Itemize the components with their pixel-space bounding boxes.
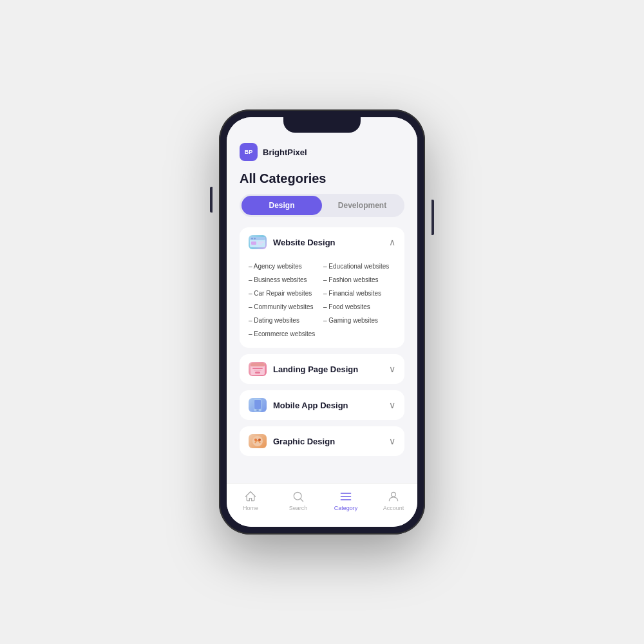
graphic-design-title: Graphic Design (273, 437, 335, 446)
link-community: – Community websites (249, 302, 314, 312)
link-educational: – Educational websites (323, 261, 389, 271)
category-mobile-app-header[interactable]: Mobile App Design ∨ (240, 390, 404, 420)
page-title: All Categories (227, 166, 417, 194)
link-car-repair: – Car Repair websites (249, 289, 312, 298)
tab-bar: Design Development (240, 194, 404, 217)
phone-frame: BP BrightPixel All Categories Design Dev… (219, 109, 425, 535)
phone-screen: BP BrightPixel All Categories Design Dev… (227, 117, 417, 527)
chevron-down-icon-1: ∨ (389, 364, 395, 374)
mobile-app-icon (249, 398, 267, 412)
list-item[interactable]: – Car Repair websites (249, 287, 321, 298)
phone-notch (283, 117, 361, 133)
list-item[interactable]: – Food websites (323, 300, 395, 312)
website-links-grid: – Agency websites – Educational websites… (240, 257, 404, 348)
list-item[interactable]: – Dating websites (249, 314, 321, 325)
category-graphic-design-header[interactable]: Graphic Design ∨ (240, 426, 404, 456)
link-financial: – Financial websites (323, 289, 381, 298)
category-graphic-design: Graphic Design ∨ (240, 426, 404, 456)
category-landing-page: Landing Page Design ∨ (240, 354, 404, 384)
list-item[interactable]: – Financial websites (323, 287, 395, 298)
landing-icon-svg (249, 362, 267, 376)
svg-point-17 (258, 439, 261, 441)
nav-home-label: Home (243, 505, 258, 511)
graphic-design-icon (249, 434, 267, 448)
svg-rect-2 (251, 238, 253, 240)
svg-point-22 (392, 492, 396, 497)
link-food: – Food websites (323, 302, 370, 312)
mobile-icon-svg (249, 398, 267, 412)
categories-list: Website Design ∧ – Agency websites – Edu… (227, 227, 417, 456)
chevron-down-icon-3: ∨ (389, 436, 395, 446)
search-icon (292, 490, 305, 503)
category-website-design-header[interactable]: Website Design ∧ (240, 227, 404, 257)
list-item[interactable]: – Agency websites (249, 260, 321, 271)
nav-category[interactable]: Category (322, 490, 370, 511)
category-header-left-2: Landing Page Design (249, 362, 358, 376)
nav-account[interactable]: Account (370, 490, 417, 511)
chevron-down-icon-2: ∨ (389, 400, 395, 410)
mobile-app-title: Mobile App Design (273, 401, 348, 410)
graphic-icon-svg (249, 434, 267, 448)
svg-rect-13 (254, 400, 261, 409)
link-fashion: – Fashion websites (323, 275, 379, 285)
nav-search[interactable]: Search (274, 490, 322, 511)
nav-category-label: Category (334, 505, 358, 511)
svg-rect-14 (256, 410, 259, 411)
svg-rect-6 (258, 243, 262, 245)
list-item[interactable]: – Gaming websites (323, 314, 395, 325)
screen-content: BP BrightPixel All Categories Design Dev… (227, 117, 417, 483)
svg-rect-9 (252, 368, 263, 369)
svg-point-18 (294, 492, 301, 500)
website-design-icon (249, 235, 267, 249)
home-icon (244, 490, 257, 503)
category-header-left-4: Graphic Design (249, 434, 335, 448)
svg-point-16 (254, 439, 257, 441)
account-icon (387, 490, 400, 503)
website-icon-svg (249, 235, 267, 249)
svg-rect-8 (251, 363, 265, 366)
list-item[interactable]: – Business websites (249, 273, 321, 285)
app-logo: BP (240, 143, 258, 161)
category-header-left-3: Mobile App Design (249, 398, 348, 412)
list-item[interactable]: – Community websites (249, 300, 321, 312)
bottom-navigation: Home Search Category (227, 483, 417, 527)
list-item[interactable]: – Fashion websites (323, 273, 395, 285)
website-design-title: Website Design (273, 238, 336, 247)
nav-home[interactable]: Home (227, 490, 274, 511)
app-header: BP BrightPixel (227, 135, 417, 166)
link-agency: – Agency websites (249, 261, 302, 271)
nav-account-label: Account (383, 505, 404, 511)
list-item[interactable]: – Educational websites (323, 260, 395, 271)
svg-rect-3 (254, 238, 256, 240)
link-gaming: – Gaming websites (323, 316, 378, 325)
category-icon (339, 490, 352, 503)
landing-page-title: Landing Page Design (273, 365, 358, 374)
category-website-design: Website Design ∧ – Agency websites – Edu… (240, 227, 404, 348)
link-dating: – Dating websites (249, 316, 299, 325)
category-mobile-app: Mobile App Design ∨ (240, 390, 404, 420)
svg-rect-10 (254, 370, 261, 371)
tab-development[interactable]: Development (322, 196, 402, 215)
svg-rect-11 (255, 372, 260, 374)
link-ecommerce: – Ecommerce websites (249, 329, 315, 339)
nav-search-label: Search (289, 505, 308, 511)
chevron-up-icon: ∧ (389, 237, 395, 247)
tab-design[interactable]: Design (242, 196, 322, 215)
svg-rect-5 (258, 242, 264, 243)
list-item[interactable]: – Ecommerce websites (249, 327, 321, 339)
svg-rect-4 (251, 242, 256, 245)
category-header-left: Website Design (249, 235, 336, 249)
landing-icon (249, 362, 267, 376)
category-landing-page-header[interactable]: Landing Page Design ∨ (240, 354, 404, 384)
link-business: – Business websites (249, 275, 307, 285)
app-name: BrightPixel (263, 147, 307, 157)
